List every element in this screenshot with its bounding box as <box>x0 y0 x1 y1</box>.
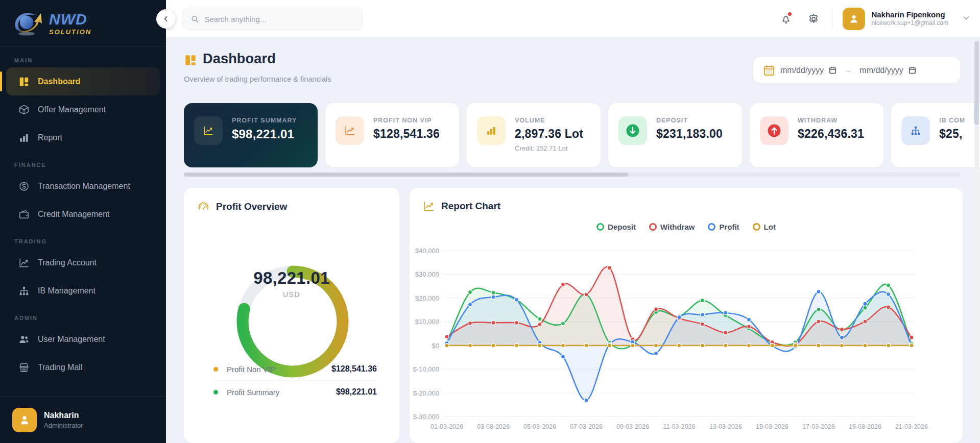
data-point-lot[interactable] <box>840 343 844 348</box>
data-point-lot[interactable] <box>538 343 542 348</box>
stat-card-profit-non-vip[interactable]: PROFIT NON VIP$128,541.36 <box>325 103 459 167</box>
search-input[interactable] <box>204 15 355 23</box>
search-box[interactable] <box>183 8 363 30</box>
data-point-withdraw[interactable] <box>491 321 495 325</box>
data-point-withdraw[interactable] <box>887 305 891 309</box>
data-point-profit[interactable] <box>584 398 588 402</box>
data-point-profit[interactable] <box>561 355 565 359</box>
data-point-lot[interactable] <box>794 343 798 348</box>
data-point-withdraw[interactable] <box>468 321 472 325</box>
date-to-input[interactable]: mm/dd/yyyy <box>859 66 903 75</box>
data-point-profit[interactable] <box>817 289 821 293</box>
topbar-user-avatar[interactable] <box>843 8 865 30</box>
sidebar-item-transaction-management[interactable]: Transaction Management <box>6 172 160 200</box>
scrollbar-thumb[interactable] <box>184 173 628 177</box>
data-point-lot[interactable] <box>631 343 635 348</box>
data-point-withdraw[interactable] <box>608 266 612 270</box>
data-point-withdraw[interactable] <box>654 307 658 311</box>
data-point-profit[interactable] <box>515 298 519 302</box>
data-point-profit[interactable] <box>863 302 867 306</box>
stat-card-profit-summary[interactable]: PROFIT SUMMARY$98,221.01 <box>184 103 318 167</box>
data-point-withdraw[interactable] <box>538 323 542 327</box>
chart-legend-withdraw[interactable]: Withdraw <box>649 223 695 231</box>
date-to-calendar-icon[interactable] <box>908 66 917 75</box>
stat-card-withdraw[interactable]: WITHDRAW$226,436.31 <box>750 103 883 167</box>
data-point-deposit[interactable] <box>701 299 705 303</box>
data-point-lot[interactable] <box>770 343 774 348</box>
data-point-lot[interactable] <box>608 343 612 348</box>
date-from-input[interactable]: mm/dd/yyyy <box>780 66 824 75</box>
data-point-profit[interactable] <box>747 317 751 322</box>
date-from-calendar-icon[interactable] <box>828 66 837 75</box>
stat-card-deposit[interactable]: DEPOSIT$231,183.00 <box>608 103 742 167</box>
data-point-withdraw[interactable] <box>515 321 519 325</box>
page-scrollbar[interactable] <box>974 40 979 440</box>
stat-card-volume[interactable]: VOLUME2,897.36 LotCredit: 152.71 Lot <box>467 103 601 167</box>
sidebar-item-trading-mall[interactable]: Trading Mall <box>6 353 160 381</box>
data-point-lot[interactable] <box>724 343 728 348</box>
data-point-withdraw[interactable] <box>724 331 728 335</box>
sidebar-item-dashboard[interactable]: Dashboard <box>6 67 160 95</box>
data-point-lot[interactable] <box>887 343 891 348</box>
data-point-deposit[interactable] <box>561 322 565 326</box>
notifications-button[interactable] <box>776 9 796 29</box>
data-point-lot[interactable] <box>677 343 681 348</box>
data-point-withdraw[interactable] <box>910 335 914 339</box>
data-point-withdraw[interactable] <box>445 335 449 339</box>
data-point-withdraw[interactable] <box>701 322 705 326</box>
chart-legend-profit[interactable]: Profit <box>708 223 739 231</box>
data-point-lot[interactable] <box>701 343 705 348</box>
data-point-profit[interactable] <box>887 292 891 297</box>
data-point-profit[interactable] <box>654 351 658 355</box>
stat-cards-scrollbar[interactable] <box>184 173 960 177</box>
sidebar-user-card[interactable]: Nakharin Administrator <box>0 396 166 443</box>
sidebar-item-report[interactable]: Report <box>6 124 160 152</box>
sidebar-item-credit-management[interactable]: Credit Management <box>6 200 160 228</box>
y-axis-tick: $-30,000 <box>413 413 439 421</box>
data-point-lot[interactable] <box>515 343 519 348</box>
data-point-profit[interactable] <box>677 315 681 319</box>
data-point-lot[interactable] <box>561 343 565 348</box>
data-point-deposit[interactable] <box>817 307 821 311</box>
sidebar-item-offer-management[interactable]: Offer Management <box>6 95 160 124</box>
profit-overview-title: Profit Overview <box>216 201 287 212</box>
data-point-lot[interactable] <box>817 343 821 348</box>
page-scrollbar-thumb[interactable] <box>974 41 979 125</box>
data-point-lot[interactable] <box>584 343 588 348</box>
data-point-profit[interactable] <box>724 311 728 315</box>
data-point-lot[interactable] <box>654 343 658 348</box>
data-point-profit[interactable] <box>468 303 472 307</box>
data-point-withdraw[interactable] <box>561 283 565 287</box>
data-point-deposit[interactable] <box>863 306 867 310</box>
data-point-withdraw[interactable] <box>817 319 821 324</box>
data-point-lot[interactable] <box>747 343 751 348</box>
data-point-deposit[interactable] <box>468 290 472 294</box>
data-point-lot[interactable] <box>910 343 914 348</box>
data-point-withdraw[interactable] <box>584 292 588 297</box>
sidebar-item-trading-account[interactable]: Trading Account <box>6 249 160 277</box>
sidebar-collapse-button[interactable] <box>156 9 176 29</box>
sidebar-item-user-management[interactable]: User Management <box>6 325 160 353</box>
settings-button[interactable] <box>803 9 824 29</box>
sidebar-item-ib-management[interactable]: IB Management <box>6 277 160 305</box>
data-point-deposit[interactable] <box>491 290 495 294</box>
data-point-profit[interactable] <box>840 335 844 339</box>
data-point-profit[interactable] <box>491 295 495 299</box>
data-point-lot[interactable] <box>863 343 867 348</box>
data-point-withdraw[interactable] <box>863 319 867 324</box>
chart-legend-lot[interactable]: Lot <box>753 223 776 231</box>
data-point-withdraw[interactable] <box>747 325 751 329</box>
legend-label: Profit <box>719 223 739 231</box>
data-point-profit[interactable] <box>701 313 705 317</box>
stat-card-ib-com[interactable]: IB COM$25, <box>891 103 980 167</box>
user-menu-chevron[interactable] <box>962 13 971 24</box>
sidebar-nav: MAINDashboardOffer ManagementReportFINAN… <box>0 47 166 396</box>
data-point-deposit[interactable] <box>538 317 542 321</box>
chart-legend-deposit[interactable]: Deposit <box>596 223 636 231</box>
data-point-lot[interactable] <box>491 343 495 348</box>
data-point-lot[interactable] <box>468 343 472 348</box>
data-point-withdraw[interactable] <box>840 327 844 331</box>
data-point-deposit[interactable] <box>887 283 891 287</box>
topbar-user-info: Nakharin Fipenkong nicework.sup+1@gmail.… <box>871 10 948 28</box>
data-point-lot[interactable] <box>445 343 449 348</box>
